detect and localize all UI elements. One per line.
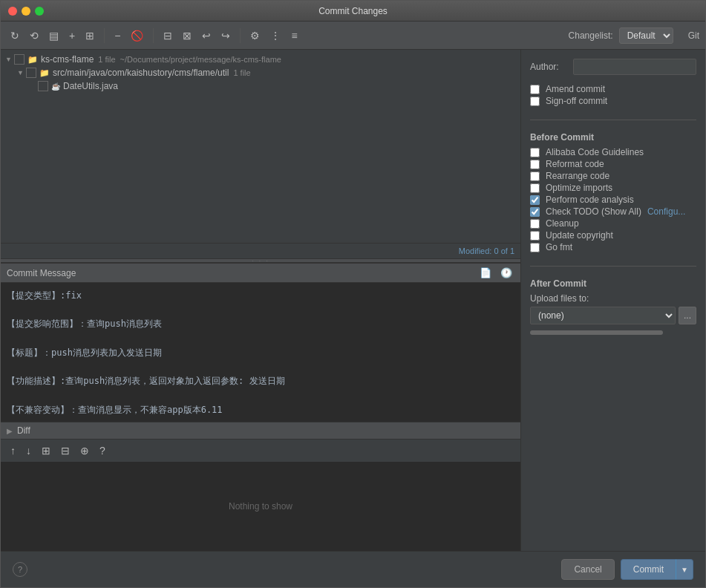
- expand-arrow-folder: ▼: [17, 69, 26, 76]
- diff-expand-icon[interactable]: ▶: [7, 427, 13, 435]
- add-button[interactable]: +: [65, 27, 79, 44]
- diff-side-button[interactable]: ⊟: [57, 442, 73, 459]
- commit-dropdown-button[interactable]: ▼: [676, 559, 693, 580]
- redo-button[interactable]: ↪: [218, 27, 234, 44]
- diff-section: ▶ Diff ↑ ↓ ⊞ ⊟ ⊕ ? Nothing to show: [1, 422, 520, 551]
- git-section: Amend commit Sign-off commit: [530, 82, 696, 108]
- file-name: DateUtils.java: [63, 81, 118, 91]
- file-tree[interactable]: ▼ 📁 ks-cms-flame 1 file ~/Documents/proj…: [1, 50, 520, 243]
- left-panel: ▼ 📁 ks-cms-flame 1 file ~/Documents/proj…: [1, 50, 521, 551]
- before-commit-section: Before Commit Alibaba Code Guidelines Re…: [530, 132, 696, 254]
- section-divider-1: [530, 120, 696, 120]
- cleanup-checkbox[interactable]: [530, 219, 540, 229]
- optimize-checkbox[interactable]: [530, 183, 540, 193]
- diff-help-button[interactable]: ?: [96, 442, 109, 459]
- checkbox-repo[interactable]: [14, 54, 24, 65]
- revert-button[interactable]: ⟲: [26, 27, 42, 44]
- tree-item-file[interactable]: ▶ ☕ DateUtils.java: [1, 79, 520, 93]
- reformat-row: Reformat code: [530, 159, 696, 169]
- author-label: Author:: [530, 62, 567, 72]
- undo-button[interactable]: ↩: [198, 27, 215, 44]
- diff-copy-button[interactable]: ⊕: [76, 442, 93, 459]
- settings-button[interactable]: ⚙: [246, 27, 264, 44]
- help-button[interactable]: ?: [13, 562, 27, 577]
- toolbar-right: Changelist: Default Git: [569, 27, 699, 44]
- optimize-row: Optimize imports: [530, 183, 696, 193]
- amend-commit-row: Amend commit: [530, 84, 696, 94]
- ignore-button[interactable]: 🚫: [127, 27, 147, 44]
- go-fmt-label: Go fmt: [546, 242, 572, 252]
- cancel-button[interactable]: Cancel: [561, 559, 614, 580]
- update-copyright-row: Update copyright: [530, 230, 696, 241]
- template-button[interactable]: 📄: [477, 267, 494, 279]
- commit-message-section: Commit Message 📄 🕐: [1, 263, 520, 422]
- update-copyright-checkbox[interactable]: [530, 231, 540, 241]
- rearrange-checkbox[interactable]: [530, 172, 540, 181]
- commit-message-header: Commit Message 📄 🕐: [1, 263, 520, 283]
- sign-off-checkbox[interactable]: [530, 97, 540, 106]
- reformat-checkbox[interactable]: [530, 160, 540, 169]
- main-content: ▼ 📁 ks-cms-flame 1 file ~/Documents/proj…: [1, 50, 705, 551]
- tree-item-repo[interactable]: ▼ 📁 ks-cms-flame 1 file ~/Documents/proj…: [1, 53, 520, 66]
- scrollbar-track: [530, 330, 696, 335]
- title-bar-buttons: [8, 7, 44, 16]
- commit-button[interactable]: Commit: [621, 559, 676, 580]
- tree-item-folder[interactable]: ▼ 📁 src/main/java/com/kaishustory/cms/fl…: [1, 66, 520, 79]
- refresh-button[interactable]: ↻: [7, 27, 23, 44]
- perform-code-label: Perform code analysis: [546, 195, 634, 205]
- diff-header: ▶ Diff: [1, 422, 520, 440]
- git-label: Git: [688, 30, 699, 41]
- history-button[interactable]: 🕐: [498, 267, 514, 279]
- expand-arrow-repo: ▼: [5, 56, 14, 63]
- window-title: Commit Changes: [318, 6, 388, 16]
- alibaba-checkbox[interactable]: [530, 148, 540, 157]
- diff-compare-button[interactable]: ⊞: [38, 442, 54, 459]
- upload-select[interactable]: (none): [530, 307, 676, 324]
- group-button[interactable]: ⊟: [160, 27, 176, 44]
- upload-browse-button[interactable]: ...: [679, 307, 696, 324]
- amend-commit-checkbox[interactable]: [530, 85, 540, 94]
- commit-button-group: Commit ▼: [621, 559, 693, 580]
- expand-button[interactable]: ≡: [287, 27, 301, 44]
- changelist-select[interactable]: Default: [619, 27, 673, 44]
- nothing-to-show: Nothing to show: [229, 501, 292, 512]
- maximize-button[interactable]: [35, 7, 44, 16]
- checkbox-file[interactable]: [38, 81, 48, 91]
- author-row: Author:: [530, 59, 696, 75]
- diff-up-button[interactable]: ↑: [7, 442, 19, 459]
- bottom-bar: ? Cancel Commit ▼: [1, 551, 705, 587]
- modified-count: Modified: 0 of 1: [459, 246, 514, 255]
- folder-icon-repo: 📁: [27, 55, 38, 65]
- checkbox-folder[interactable]: [26, 68, 36, 78]
- configure-link[interactable]: Configu...: [647, 206, 685, 217]
- right-panel: Author: Amend commit Sign-off commit Bef…: [521, 50, 705, 551]
- scrollbar-thumb[interactable]: [530, 330, 663, 335]
- repo-count: 1 file: [98, 55, 115, 64]
- diff-down-button[interactable]: ↓: [22, 442, 35, 459]
- move-button[interactable]: ⊞: [82, 27, 98, 44]
- repo-name: ks-cms-flame: [41, 54, 94, 65]
- perform-code-row: Perform code analysis: [530, 195, 696, 205]
- dialog: Commit Changes ↻ ⟲ ▤ + ⊞ − 🚫 ⊟ ⊠ ↩ ↪ ⚙ ⋮…: [0, 0, 706, 588]
- go-fmt-checkbox[interactable]: [530, 243, 540, 252]
- remove-button[interactable]: −: [111, 27, 124, 44]
- folder-count: 1 file: [233, 68, 250, 77]
- repo-path: ~/Documents/project/message/ks-cms-flame: [120, 55, 281, 64]
- minimize-button[interactable]: [22, 7, 30, 16]
- ungroup-button[interactable]: ⊠: [179, 27, 195, 44]
- close-button[interactable]: [8, 7, 17, 16]
- upload-row: (none) ...: [530, 307, 696, 324]
- cleanup-label: Cleanup: [546, 218, 579, 229]
- perform-code-checkbox[interactable]: [530, 195, 540, 205]
- check-todo-checkbox[interactable]: [530, 207, 540, 217]
- show-diff-button[interactable]: ▤: [45, 27, 62, 44]
- rearrange-row: Rearrange code: [530, 171, 696, 181]
- rearrange-label: Rearrange code: [546, 171, 609, 181]
- section-divider-2: [530, 266, 696, 267]
- diff-label: Diff: [17, 425, 30, 436]
- go-fmt-row: Go fmt: [530, 242, 696, 252]
- commit-message-textarea[interactable]: [1, 283, 520, 422]
- more-button[interactable]: ⋮: [267, 27, 284, 44]
- commit-message-icons: 📄 🕐: [477, 267, 514, 279]
- author-input[interactable]: [573, 59, 696, 75]
